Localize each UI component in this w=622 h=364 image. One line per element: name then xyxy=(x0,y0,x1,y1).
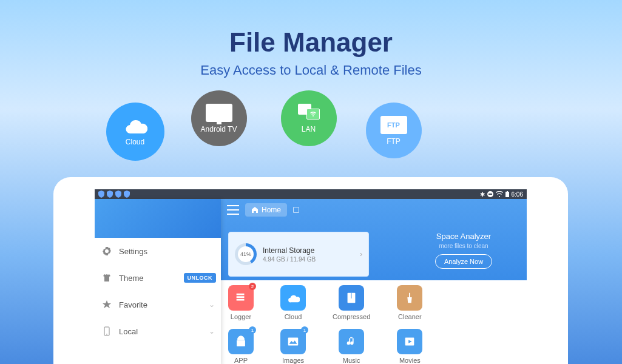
grid-label: APP xyxy=(234,357,248,364)
grid-label: Logger xyxy=(231,313,251,320)
grid-item-app[interactable]: 1 APP xyxy=(228,329,254,364)
grid-label: Cleaner xyxy=(398,313,422,320)
shield-icon xyxy=(124,190,130,198)
analyze-button[interactable]: Analyze Now xyxy=(435,254,492,269)
bluetooth-icon: ✱ xyxy=(480,191,485,198)
badge-count: 1 xyxy=(249,326,256,334)
tablet-frame: ✱ 6:06 Home 41% Inter xyxy=(53,177,568,364)
grid-item-cloud[interactable]: Cloud xyxy=(280,285,306,320)
cleaner-icon xyxy=(397,285,422,311)
tv-icon xyxy=(206,104,232,122)
grid-label: Movies xyxy=(399,357,421,364)
storage-percent: 41% xyxy=(238,246,254,262)
wifi-icon xyxy=(496,191,503,197)
grid-item-logger[interactable]: 2 Logger xyxy=(228,285,254,320)
status-bar: ✱ 6:06 xyxy=(95,189,527,199)
cloud-icon xyxy=(280,285,306,311)
svg-rect-2 xyxy=(505,192,509,197)
svg-rect-3 xyxy=(507,191,508,192)
bubble-cloud: Cloud xyxy=(106,103,164,161)
app-icon: 1 xyxy=(228,329,254,354)
status-time: 6:06 xyxy=(512,191,523,198)
grid-label: Music xyxy=(343,357,360,364)
shield-icon xyxy=(107,190,113,198)
badge-count: 1 xyxy=(301,326,308,334)
bubble-androidtv: Android TV xyxy=(191,90,247,146)
gear-icon xyxy=(102,246,112,256)
bubble-ftp-label: FTP xyxy=(387,137,401,146)
movies-icon xyxy=(397,329,422,354)
sidebar-item-label: Settings xyxy=(119,247,147,256)
analyzer-title: Space Analyzer xyxy=(415,232,512,241)
shield-icon xyxy=(115,190,121,198)
sidebar-item-label: Local xyxy=(119,327,138,336)
phone-icon xyxy=(102,326,112,336)
grid-label: Images xyxy=(282,357,304,364)
grid-item-compressed[interactable]: Compressed xyxy=(333,285,370,320)
bubble-lan: LAN xyxy=(281,90,337,146)
chevron-down-icon: ⌄ xyxy=(209,327,215,335)
home-icon xyxy=(251,206,259,214)
battery-icon xyxy=(505,191,509,197)
logger-icon: 2 xyxy=(228,285,254,311)
sidebar-item-settings[interactable]: Settings xyxy=(95,238,221,265)
storage-percent-ring: 41% xyxy=(235,243,257,265)
bubble-cloud-label: Cloud xyxy=(126,138,144,146)
app-bar: Home xyxy=(221,199,527,221)
shield-icon xyxy=(98,190,104,198)
grid-item-movies[interactable]: Movies xyxy=(397,329,422,364)
chevron-down-icon: ⌄ xyxy=(209,300,215,309)
status-right: ✱ 6:06 xyxy=(480,191,523,198)
svg-point-5 xyxy=(106,334,107,335)
lan-icon xyxy=(298,104,320,122)
sidebar-item-local[interactable]: Local ⌄ xyxy=(95,318,221,345)
home-tab[interactable]: Home xyxy=(245,203,287,217)
grid-label: Cloud xyxy=(285,313,302,320)
bubble-lan-label: LAN xyxy=(302,125,316,133)
badge-count: 2 xyxy=(249,283,256,290)
svg-rect-1 xyxy=(488,194,492,195)
compressed-icon xyxy=(339,285,364,311)
category-grid: 2 Logger 1 APP Cloud xyxy=(221,280,527,364)
bubble-androidtv-label: Android TV xyxy=(201,125,237,133)
menu-button[interactable] xyxy=(227,205,239,215)
page-subtitle: Easy Access to Local & Remote Files xyxy=(0,62,622,78)
bubble-ftp: FTP FTP xyxy=(366,103,422,158)
ftp-icon: FTP xyxy=(380,116,407,134)
storage-sub: 4.94 GB / 11.94 GB xyxy=(263,256,354,263)
grid-label: Compressed xyxy=(333,313,370,320)
grid-item-music[interactable]: Music xyxy=(339,329,364,364)
feature-bubbles: Cloud Android TV LAN FTP FTP xyxy=(99,90,524,163)
shirt-icon xyxy=(102,273,112,283)
sidebar-item-label: Theme xyxy=(119,274,143,283)
svg-rect-6 xyxy=(288,338,299,346)
storage-title: Internal Storage xyxy=(263,246,354,255)
cloud-icon xyxy=(123,118,147,135)
status-left xyxy=(98,190,130,198)
sidebar-banner xyxy=(95,199,221,238)
home-label: Home xyxy=(262,206,281,214)
page-title: File Manager xyxy=(0,0,622,58)
chevron-right-icon: › xyxy=(360,250,362,258)
music-icon xyxy=(339,329,364,354)
storage-card[interactable]: 41% Internal Storage 4.94 GB / 11.94 GB … xyxy=(228,232,369,277)
star-icon xyxy=(102,300,112,309)
dnd-icon xyxy=(487,191,493,197)
sidebar-item-favorite[interactable]: Favorite ⌄ xyxy=(95,291,221,318)
grid-item-cleaner[interactable]: Cleaner xyxy=(397,285,422,320)
grid-item-images[interactable]: 1 Images xyxy=(280,329,306,364)
unlock-badge: UNLOCK xyxy=(184,273,217,283)
images-icon: 1 xyxy=(280,329,306,354)
app-screen: ✱ 6:06 Home 41% Inter xyxy=(95,189,527,364)
space-analyzer: Space Analyzer more files to clean Analy… xyxy=(415,232,512,269)
analyzer-sub: more files to clean xyxy=(415,243,512,249)
sidebar-item-theme[interactable]: Theme UNLOCK xyxy=(95,265,221,291)
tab-overview-icon[interactable] xyxy=(293,207,299,213)
sidebar: Settings Theme UNLOCK Favorite ⌄ Local ⌄ xyxy=(95,199,221,364)
sidebar-item-label: Favorite xyxy=(119,300,147,309)
